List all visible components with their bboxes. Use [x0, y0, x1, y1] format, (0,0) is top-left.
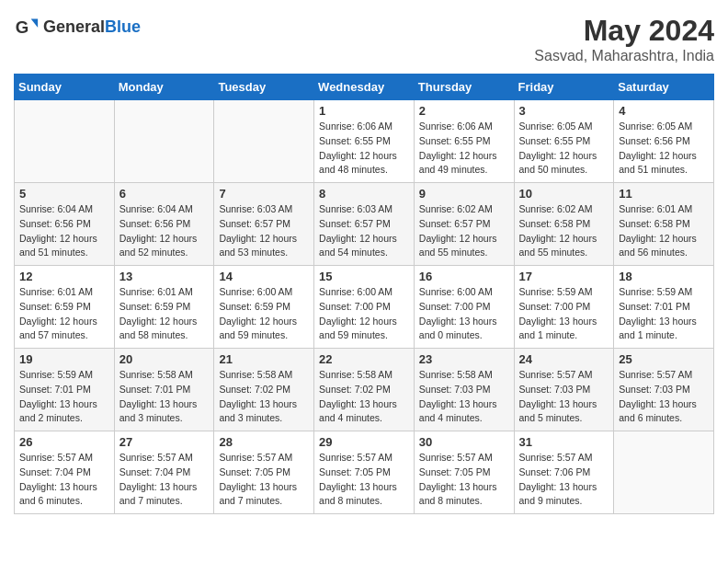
day-info: Sunrise: 5:58 AM Sunset: 7:02 PM Dayligh…: [319, 368, 409, 426]
day-number: 20: [119, 352, 210, 366]
weekday-header-friday: Friday: [514, 75, 614, 100]
calendar-week-row: 26Sunrise: 5:57 AM Sunset: 7:04 PM Dayli…: [15, 431, 714, 514]
day-info: Sunrise: 5:58 AM Sunset: 7:01 PM Dayligh…: [119, 368, 210, 426]
day-number: 5: [19, 187, 109, 201]
day-number: 21: [219, 352, 309, 366]
calendar-cell: 10Sunrise: 6:02 AM Sunset: 6:58 PM Dayli…: [514, 183, 614, 266]
day-info: Sunrise: 6:01 AM Sunset: 6:58 PM Dayligh…: [619, 202, 709, 260]
day-number: 2: [419, 104, 509, 118]
weekday-header-monday: Monday: [114, 75, 214, 100]
day-number: 14: [219, 270, 309, 283]
day-info: Sunrise: 5:57 AM Sunset: 7:05 PM Dayligh…: [219, 451, 309, 509]
page-header: G GeneralBlue May 2024 Sasvad, Maharasht…: [14, 14, 714, 64]
day-number: 27: [119, 435, 210, 449]
day-info: Sunrise: 6:00 AM Sunset: 6:59 PM Dayligh…: [219, 285, 309, 343]
day-info: Sunrise: 6:02 AM Sunset: 6:57 PM Dayligh…: [419, 202, 509, 260]
day-info: Sunrise: 5:57 AM Sunset: 7:05 PM Dayligh…: [319, 451, 409, 509]
day-number: 8: [319, 187, 409, 201]
calendar-cell: 1Sunrise: 6:06 AM Sunset: 6:55 PM Daylig…: [314, 100, 415, 183]
calendar-cell: 11Sunrise: 6:01 AM Sunset: 6:58 PM Dayli…: [614, 183, 714, 266]
day-info: Sunrise: 5:58 AM Sunset: 7:02 PM Dayligh…: [219, 368, 309, 426]
calendar-cell: 21Sunrise: 5:58 AM Sunset: 7:02 PM Dayli…: [214, 349, 314, 431]
location-subtitle: Sasvad, Maharashtra, India: [534, 48, 714, 64]
weekday-header-row: SundayMondayTuesdayWednesdayThursdayFrid…: [15, 75, 714, 100]
day-number: 15: [319, 270, 409, 283]
day-info: Sunrise: 5:57 AM Sunset: 7:03 PM Dayligh…: [619, 368, 709, 426]
day-number: 4: [619, 104, 709, 118]
calendar-cell: [214, 100, 314, 183]
day-info: Sunrise: 6:01 AM Sunset: 6:59 PM Dayligh…: [19, 285, 109, 343]
day-number: 24: [519, 352, 609, 366]
day-number: 10: [519, 187, 609, 201]
calendar-cell: [114, 100, 214, 183]
day-info: Sunrise: 5:57 AM Sunset: 7:05 PM Dayligh…: [419, 451, 509, 509]
calendar-week-row: 1Sunrise: 6:06 AM Sunset: 6:55 PM Daylig…: [15, 100, 714, 183]
day-number: 1: [319, 104, 409, 118]
day-number: 28: [219, 435, 309, 449]
logo: G GeneralBlue: [14, 14, 141, 40]
calendar-cell: 29Sunrise: 5:57 AM Sunset: 7:05 PM Dayli…: [314, 431, 415, 514]
calendar-cell: 17Sunrise: 5:59 AM Sunset: 7:00 PM Dayli…: [514, 266, 614, 349]
calendar-week-row: 5Sunrise: 6:04 AM Sunset: 6:56 PM Daylig…: [15, 183, 714, 266]
calendar-cell: 4Sunrise: 6:05 AM Sunset: 6:56 PM Daylig…: [614, 100, 714, 183]
calendar-table: SundayMondayTuesdayWednesdayThursdayFrid…: [14, 74, 714, 514]
calendar-cell: 9Sunrise: 6:02 AM Sunset: 6:57 PM Daylig…: [414, 183, 514, 266]
day-info: Sunrise: 6:05 AM Sunset: 6:56 PM Dayligh…: [619, 120, 709, 178]
day-info: Sunrise: 6:04 AM Sunset: 6:56 PM Dayligh…: [119, 202, 210, 260]
day-info: Sunrise: 5:57 AM Sunset: 7:03 PM Dayligh…: [519, 368, 609, 426]
day-number: 12: [19, 270, 109, 283]
weekday-header-saturday: Saturday: [614, 75, 714, 100]
calendar-cell: 13Sunrise: 6:01 AM Sunset: 6:59 PM Dayli…: [114, 266, 214, 349]
day-info: Sunrise: 5:57 AM Sunset: 7:06 PM Dayligh…: [519, 451, 609, 509]
day-info: Sunrise: 5:57 AM Sunset: 7:04 PM Dayligh…: [19, 451, 109, 509]
day-info: Sunrise: 5:59 AM Sunset: 7:00 PM Dayligh…: [519, 285, 609, 343]
day-number: 3: [519, 104, 609, 118]
calendar-cell: 23Sunrise: 5:58 AM Sunset: 7:03 PM Dayli…: [414, 349, 514, 431]
svg-text:G: G: [16, 17, 29, 37]
logo-general-text: General: [43, 17, 105, 36]
logo-blue-text: Blue: [105, 17, 141, 36]
day-number: 6: [119, 187, 210, 201]
calendar-cell: 28Sunrise: 5:57 AM Sunset: 7:05 PM Dayli…: [214, 431, 314, 514]
calendar-cell: 6Sunrise: 6:04 AM Sunset: 6:56 PM Daylig…: [114, 183, 214, 266]
day-number: 17: [519, 270, 609, 283]
calendar-cell: 5Sunrise: 6:04 AM Sunset: 6:56 PM Daylig…: [15, 183, 115, 266]
weekday-header-tuesday: Tuesday: [214, 75, 314, 100]
calendar-week-row: 19Sunrise: 5:59 AM Sunset: 7:01 PM Dayli…: [15, 349, 714, 431]
day-number: 23: [419, 352, 509, 366]
calendar-cell: 27Sunrise: 5:57 AM Sunset: 7:04 PM Dayli…: [114, 431, 214, 514]
day-info: Sunrise: 5:59 AM Sunset: 7:01 PM Dayligh…: [19, 368, 109, 426]
day-info: Sunrise: 6:06 AM Sunset: 6:55 PM Dayligh…: [319, 120, 409, 178]
svg-marker-1: [31, 19, 38, 28]
day-number: 13: [119, 270, 210, 283]
calendar-cell: 18Sunrise: 5:59 AM Sunset: 7:01 PM Dayli…: [614, 266, 714, 349]
calendar-cell: [15, 100, 115, 183]
title-block: May 2024 Sasvad, Maharashtra, India: [534, 14, 714, 64]
calendar-cell: 22Sunrise: 5:58 AM Sunset: 7:02 PM Dayli…: [314, 349, 415, 431]
day-info: Sunrise: 6:00 AM Sunset: 7:00 PM Dayligh…: [419, 285, 509, 343]
day-info: Sunrise: 6:00 AM Sunset: 7:00 PM Dayligh…: [319, 285, 409, 343]
day-info: Sunrise: 6:02 AM Sunset: 6:58 PM Dayligh…: [519, 202, 609, 260]
logo-icon: G: [14, 14, 40, 40]
calendar-cell: [614, 431, 714, 514]
weekday-header-sunday: Sunday: [15, 75, 115, 100]
day-number: 25: [619, 352, 709, 366]
calendar-cell: 20Sunrise: 5:58 AM Sunset: 7:01 PM Dayli…: [114, 349, 214, 431]
calendar-cell: 26Sunrise: 5:57 AM Sunset: 7:04 PM Dayli…: [15, 431, 115, 514]
day-info: Sunrise: 5:59 AM Sunset: 7:01 PM Dayligh…: [619, 285, 709, 343]
weekday-header-thursday: Thursday: [414, 75, 514, 100]
calendar-cell: 24Sunrise: 5:57 AM Sunset: 7:03 PM Dayli…: [514, 349, 614, 431]
day-info: Sunrise: 6:05 AM Sunset: 6:55 PM Dayligh…: [519, 120, 609, 178]
calendar-cell: 14Sunrise: 6:00 AM Sunset: 6:59 PM Dayli…: [214, 266, 314, 349]
day-number: 19: [19, 352, 109, 366]
day-number: 30: [419, 435, 509, 449]
calendar-cell: 25Sunrise: 5:57 AM Sunset: 7:03 PM Dayli…: [614, 349, 714, 431]
day-number: 22: [319, 352, 409, 366]
day-number: 11: [619, 187, 709, 201]
day-number: 18: [619, 270, 709, 283]
day-info: Sunrise: 6:01 AM Sunset: 6:59 PM Dayligh…: [119, 285, 210, 343]
day-number: 29: [319, 435, 409, 449]
calendar-cell: 30Sunrise: 5:57 AM Sunset: 7:05 PM Dayli…: [414, 431, 514, 514]
day-info: Sunrise: 6:03 AM Sunset: 6:57 PM Dayligh…: [219, 202, 309, 260]
calendar-cell: 12Sunrise: 6:01 AM Sunset: 6:59 PM Dayli…: [15, 266, 115, 349]
